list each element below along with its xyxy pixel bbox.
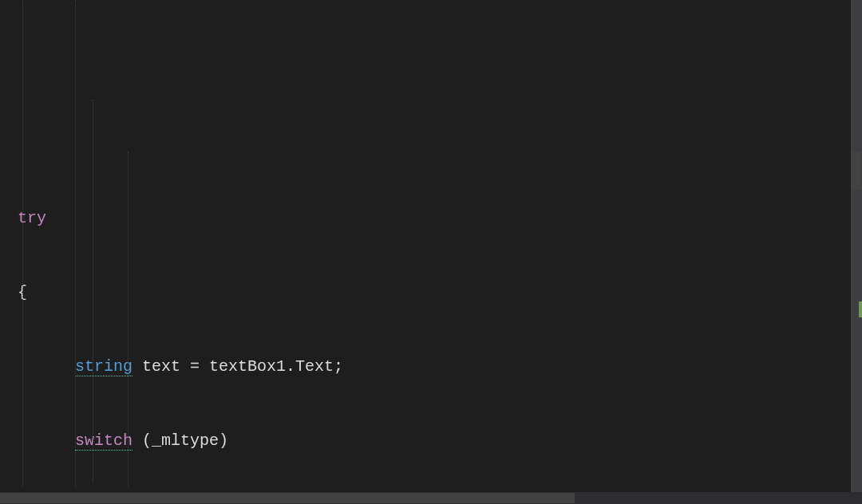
horizontal-scrollbar-thumb[interactable] — [0, 493, 575, 503]
indent-guide — [128, 152, 129, 486]
code-text-area[interactable]: try { string text = textBox1.Text; switc… — [0, 0, 850, 488]
code-text: (_mltype) — [132, 431, 228, 450]
keyword-switch: switch — [75, 431, 132, 451]
vertical-scrollbar-track[interactable] — [851, 0, 862, 492]
vertical-scrollbar-thumb[interactable] — [851, 152, 861, 190]
minimap-marker — [859, 301, 862, 317]
code-text: text = textBox1.Text; — [132, 357, 343, 376]
horizontal-scrollbar-track[interactable] — [0, 492, 862, 504]
indent-guide — [75, 0, 76, 488]
indent-guide — [93, 100, 93, 482]
code-editor[interactable]: try { string text = textBox1.Text; switc… — [0, 0, 862, 504]
type-string: string — [75, 357, 132, 376]
indent-guide — [22, 0, 23, 488]
